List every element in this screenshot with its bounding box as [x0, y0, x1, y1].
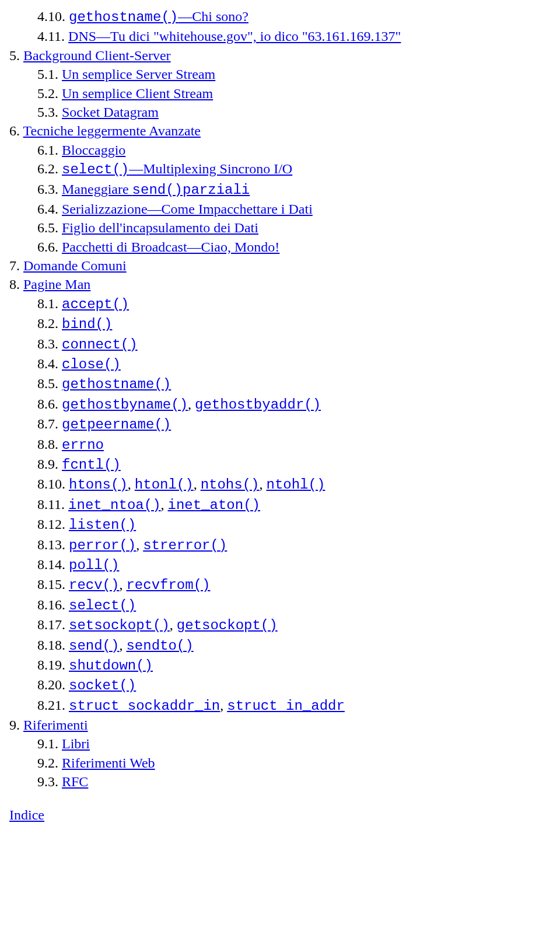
toc-link[interactable]: setsockopt() — [69, 618, 170, 633]
toc-link[interactable]: connect() — [62, 337, 138, 353]
toc-link[interactable]: sendto() — [126, 638, 193, 654]
toc-link[interactable]: close() — [62, 357, 121, 372]
toc-link[interactable]: Un semplice Server Stream — [62, 67, 215, 82]
toc-link[interactable]: Pagine Man — [23, 277, 90, 292]
toc-link[interactable]: Riferimenti Web — [62, 755, 155, 770]
toc-entry: 8.19. shutdown() — [37, 655, 551, 675]
toc-link[interactable]: inet_ntoa() — [68, 497, 160, 513]
toc-number: 9.3. — [37, 774, 62, 789]
toc-entry: 8.12. listen() — [37, 515, 551, 535]
toc-entry: 8.21. struct sockaddr_in, struct in_addr — [37, 696, 551, 716]
toc-entry: 6.2. select()—Multiplexing Sincrono I/O — [37, 159, 551, 179]
toc-number: 9. — [9, 717, 23, 733]
toc-link[interactable]: htons() — [69, 477, 128, 493]
toc-link[interactable]: —Multiplexing Sincrono I/O — [129, 161, 292, 176]
toc-link[interactable]: Figlio dell'incapsulamento dei Dati — [62, 220, 258, 235]
toc-number: 8.17. — [37, 617, 69, 632]
toc-link[interactable]: Un semplice Client Stream — [62, 86, 213, 101]
toc-number: 5. — [9, 48, 23, 63]
toc-number: 8.14. — [37, 557, 69, 572]
toc-link[interactable]: getpeername() — [62, 417, 171, 433]
toc-entry: 6.1. Bloccaggio — [37, 141, 551, 159]
toc-link[interactable]: gethostbyname() — [62, 397, 188, 413]
toc-entry: 9. Riferimenti — [9, 716, 551, 734]
toc-link[interactable]: ntohs() — [201, 477, 260, 493]
toc-link[interactable]: accept() — [62, 297, 129, 312]
toc-entry: 8.16. select() — [37, 595, 551, 615]
toc-number: 8.1. — [37, 296, 62, 311]
toc-entry: 4.11. DNS—Tu dici "whitehouse.gov", io d… — [37, 27, 551, 46]
toc-link[interactable]: RFC — [62, 774, 88, 789]
toc-link[interactable]: Riferimenti — [23, 717, 88, 733]
toc-link[interactable]: Libri — [62, 736, 90, 751]
toc-link[interactable]: poll() — [69, 557, 119, 573]
toc-link[interactable]: recvfrom() — [126, 577, 210, 593]
index-link[interactable]: Indice — [9, 807, 44, 822]
toc-link[interactable]: ntohl() — [266, 477, 325, 493]
toc-number: 6.4. — [37, 201, 62, 217]
toc-link[interactable]: socket() — [69, 678, 136, 693]
toc-entry: 8.17. setsockopt(), getsockopt() — [37, 615, 551, 635]
toc-link[interactable]: struct in_addr — [227, 698, 345, 714]
toc-link[interactable]: perror() — [69, 538, 136, 553]
toc-number: 8.9. — [37, 456, 62, 472]
toc-link[interactable]: select() — [62, 162, 129, 177]
toc-link[interactable]: struct sockaddr_in — [69, 698, 220, 714]
toc-number: 6.2. — [37, 161, 62, 176]
toc-entry: 8.5. gethostname() — [37, 374, 551, 394]
toc-link[interactable]: errno — [62, 437, 104, 453]
table-of-contents: 4.10. gethostname()—Chi sono?4.11. DNS—T… — [9, 7, 551, 791]
toc-link[interactable]: gethostname() — [69, 9, 178, 25]
toc-link[interactable]: send() — [132, 182, 183, 198]
toc-link[interactable]: shutdown() — [69, 658, 153, 674]
toc-separator: , — [170, 617, 177, 632]
toc-entry: 5.3. Socket Datagram — [37, 103, 551, 121]
toc-link[interactable]: getsockopt() — [177, 618, 278, 633]
toc-entry: 9.2. Riferimenti Web — [37, 754, 551, 772]
toc-entry: 8.13. perror(), strerror() — [37, 535, 551, 555]
toc-number: 6.5. — [37, 220, 62, 235]
toc-entry: 6.3. Maneggiare send()parziali — [37, 180, 551, 200]
toc-link[interactable]: strerror() — [143, 538, 227, 553]
toc-link[interactable]: select() — [69, 598, 136, 613]
toc-entry: 8.6. gethostbyname(), gethostbyaddr() — [37, 395, 551, 414]
toc-number: 8.18. — [37, 637, 69, 653]
toc-link[interactable]: listen() — [69, 517, 136, 533]
toc-entry: 8.2. bind() — [37, 314, 551, 334]
toc-separator: , — [220, 698, 227, 713]
toc-number: 8.2. — [37, 316, 62, 331]
toc-number: 8.4. — [37, 356, 62, 371]
toc-link[interactable]: inet_aton() — [168, 497, 260, 513]
toc-entry: 8.18. send(), sendto() — [37, 636, 551, 655]
toc-link[interactable]: Tecniche leggermente Avanzate — [23, 123, 201, 138]
toc-entry: 6.5. Figlio dell'incapsulamento dei Dati — [37, 218, 551, 237]
toc-link[interactable]: send() — [69, 638, 119, 654]
toc-entry: 8.11. inet_ntoa(), inet_aton() — [37, 495, 551, 515]
toc-entry: 8. Pagine Man — [9, 275, 551, 294]
toc-link[interactable]: Maneggiare — [62, 182, 132, 197]
toc-number: 9.1. — [37, 736, 62, 751]
toc-link[interactable]: bind() — [62, 316, 112, 332]
toc-link[interactable]: fcntl() — [62, 457, 121, 473]
toc-link[interactable]: Background Client-Server — [23, 48, 171, 63]
toc-separator: , — [136, 537, 143, 552]
toc-link[interactable]: DNS—Tu dici "whitehouse.gov", io dico "6… — [68, 29, 401, 44]
toc-link[interactable]: Domande Comuni — [23, 258, 127, 273]
toc-link[interactable]: Serializzazione—Come Impacchettare i Dat… — [62, 201, 313, 217]
toc-link[interactable]: —Chi sono? — [178, 9, 249, 24]
toc-link[interactable]: Pacchetti di Broadcast—Ciao, Mondo! — [62, 239, 279, 254]
toc-separator: , — [259, 476, 266, 491]
toc-number: 8.16. — [37, 597, 69, 612]
toc-entry: 9.3. RFC — [37, 772, 551, 791]
toc-link[interactable]: Bloccaggio — [62, 142, 125, 158]
toc-separator: , — [194, 476, 201, 491]
toc-link[interactable]: gethostbyaddr() — [195, 397, 321, 413]
toc-entry: 8.8. errno — [37, 435, 551, 455]
toc-link[interactable]: recv() — [69, 577, 119, 593]
toc-entry: 8.1. accept() — [37, 294, 551, 314]
toc-link[interactable]: parziali — [183, 182, 250, 198]
toc-link[interactable]: htonl() — [135, 477, 194, 493]
toc-link[interactable]: Socket Datagram — [62, 104, 159, 120]
toc-number: 6.3. — [37, 182, 62, 197]
toc-link[interactable]: gethostname() — [62, 376, 171, 392]
